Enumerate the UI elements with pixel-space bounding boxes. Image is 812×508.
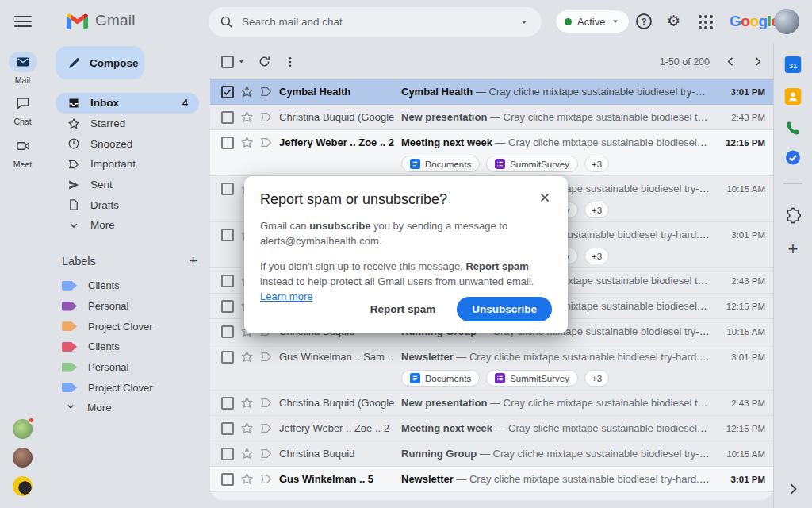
attachment-chip[interactable]: SummitSurvey xyxy=(486,156,578,172)
avatar[interactable] xyxy=(13,476,33,496)
star-icon[interactable] xyxy=(240,472,254,486)
star-icon[interactable] xyxy=(240,110,254,124)
chevron-down-icon xyxy=(65,401,87,414)
star-icon[interactable] xyxy=(240,136,254,149)
learn-more-link[interactable]: Learn more xyxy=(260,291,312,302)
older-page-icon[interactable] xyxy=(752,56,764,67)
email-row[interactable]: Jeffery Weber .. Zoe .. 2 Meeting next w… xyxy=(210,416,773,441)
sidebar-label-clients[interactable]: Clients xyxy=(45,337,210,357)
sidebar-label-project-clover[interactable]: Project Clover xyxy=(45,316,210,337)
rail-item-mail[interactable]: Mail xyxy=(0,52,45,85)
attachment-chip[interactable]: Documents xyxy=(401,156,480,172)
sidebar-item-starred[interactable]: Starred xyxy=(56,114,199,134)
row-checkbox[interactable] xyxy=(221,300,234,313)
email-time: 3:01 PM xyxy=(716,475,765,484)
sidebar-label-personal[interactable]: Personal xyxy=(45,357,210,378)
report-spam-dialog: Report spam or unsubscribe? Gmail can un… xyxy=(244,176,568,333)
sidebar-item-important[interactable]: Important xyxy=(56,154,199,175)
rail-item-meet[interactable]: Meet xyxy=(0,136,45,169)
email-row[interactable]: Gus Winkelman .. Sam .. 5 Newsletter — C… xyxy=(210,344,773,391)
settings-gear-icon[interactable]: ⚙ xyxy=(667,12,680,31)
draft-icon xyxy=(67,198,81,212)
avatar[interactable] xyxy=(13,448,33,468)
search-input[interactable]: Search mail and chat xyxy=(242,16,511,28)
row-checkbox[interactable] xyxy=(221,473,234,486)
row-checkbox[interactable] xyxy=(221,229,234,241)
select-caret-icon[interactable] xyxy=(237,57,246,66)
star-icon[interactable] xyxy=(240,85,254,98)
search-bar[interactable]: Search mail and chat xyxy=(209,7,542,37)
attachment-chip[interactable]: SummitSurvey xyxy=(486,370,578,387)
help-icon[interactable]: ? xyxy=(636,13,652,29)
report-spam-button[interactable]: Report spam xyxy=(370,303,436,315)
attachment-chip[interactable]: Documents xyxy=(401,370,480,387)
email-row[interactable]: Jeffery Weber .. Zoe .. 2 Meeting next w… xyxy=(210,130,773,176)
importance-marker-icon[interactable] xyxy=(259,110,273,124)
importance-marker-icon[interactable] xyxy=(259,350,273,364)
refresh-icon[interactable] xyxy=(258,55,271,68)
row-checkbox[interactable] xyxy=(221,325,234,338)
search-options-caret-icon[interactable] xyxy=(519,17,529,27)
row-checkbox[interactable] xyxy=(221,111,234,124)
close-icon[interactable] xyxy=(538,191,553,206)
main-menu-icon[interactable] xyxy=(14,16,32,27)
status-selector[interactable]: Active xyxy=(555,10,630,33)
compose-button[interactable]: Compose xyxy=(56,46,144,79)
chat-icon xyxy=(16,96,30,110)
label-tag-icon xyxy=(62,383,77,392)
email-row[interactable]: Gus Winkelman .. 5 Newsletter — Cray cli… xyxy=(210,467,773,492)
sidebar-item-more[interactable]: More xyxy=(56,215,199,236)
add-label-icon[interactable]: + xyxy=(189,254,197,268)
apps-grid-icon[interactable] xyxy=(699,15,713,29)
row-checkbox[interactable] xyxy=(221,275,234,287)
tasks-icon[interactable] xyxy=(785,149,802,166)
label-tag-icon xyxy=(62,363,77,372)
importance-marker-icon[interactable] xyxy=(259,85,273,98)
row-checkbox[interactable] xyxy=(221,351,234,364)
labels-more[interactable]: More xyxy=(45,398,210,418)
account-avatar[interactable] xyxy=(774,9,799,34)
avatar[interactable] xyxy=(13,419,33,439)
unsubscribe-button[interactable]: Unsubscribe xyxy=(457,297,552,321)
sidebar-label-project-clover[interactable]: Project Clover xyxy=(45,377,210,398)
importance-marker-icon[interactable] xyxy=(259,136,273,149)
contacts-icon[interactable] xyxy=(785,88,802,105)
importance-marker-icon[interactable] xyxy=(259,421,273,435)
newer-page-icon[interactable] xyxy=(725,56,737,67)
star-icon[interactable] xyxy=(240,421,254,435)
rail-item-chat[interactable]: Chat xyxy=(0,93,45,126)
voice-icon[interactable] xyxy=(785,120,802,137)
sidebar-label-personal[interactable]: Personal xyxy=(45,296,210,317)
importance-marker-icon[interactable] xyxy=(259,447,273,460)
email-row[interactable]: Cymbal Health Cymbal Health — Cray clich… xyxy=(210,79,773,105)
more-attachments-chip[interactable]: +3 xyxy=(584,202,609,218)
sidebar-item-sent[interactable]: Sent xyxy=(56,175,199,195)
expand-side-panel-icon[interactable] xyxy=(786,482,800,496)
email-row[interactable]: Christina Buquid (Google Sl New presenta… xyxy=(210,391,773,416)
addons-puzzle-icon[interactable] xyxy=(785,207,802,224)
more-attachments-chip[interactable]: +3 xyxy=(584,370,609,387)
row-checkbox[interactable] xyxy=(221,183,234,195)
row-checkbox[interactable] xyxy=(221,137,234,149)
email-row[interactable]: Christina Buquid Running Group — Cray cl… xyxy=(210,441,773,467)
more-options-icon[interactable] xyxy=(284,56,297,68)
sidebar-item-inbox[interactable]: Inbox 4 xyxy=(56,93,199,114)
sidebar-label-clients[interactable]: Clients xyxy=(45,275,210,296)
email-row[interactable]: Christina Buquid (Google Sl New presenta… xyxy=(210,105,773,130)
importance-marker-icon[interactable] xyxy=(259,472,273,486)
importance-marker-icon[interactable] xyxy=(259,396,273,410)
star-icon[interactable] xyxy=(240,396,254,410)
sidebar-item-drafts[interactable]: Drafts xyxy=(56,194,199,215)
select-all-checkbox[interactable] xyxy=(221,56,234,68)
row-checkbox-checked[interactable] xyxy=(221,86,234,98)
row-checkbox[interactable] xyxy=(221,397,234,410)
row-checkbox[interactable] xyxy=(221,422,234,435)
more-attachments-chip[interactable]: +3 xyxy=(584,156,609,172)
star-icon[interactable] xyxy=(240,447,254,460)
sidebar-item-snoozed[interactable]: Snoozed xyxy=(56,133,199,154)
row-checkbox[interactable] xyxy=(221,448,234,460)
calendar-icon[interactable]: 31 xyxy=(785,56,802,73)
side-panel-add-icon[interactable]: + xyxy=(788,241,799,258)
more-attachments-chip[interactable]: +3 xyxy=(584,248,609,264)
star-icon[interactable] xyxy=(240,350,254,364)
